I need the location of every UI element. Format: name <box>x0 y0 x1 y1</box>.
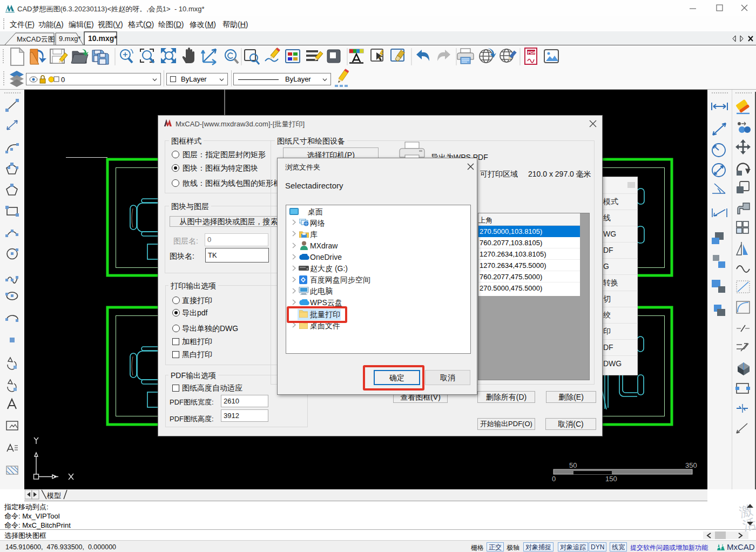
svg-text:PDF: PDF <box>528 50 536 55</box>
svg-text:150: 150 <box>605 475 617 483</box>
svg-text:350: 350 <box>685 461 697 469</box>
svg-text:0: 0 <box>552 475 556 483</box>
svg-text:50: 50 <box>569 461 577 469</box>
